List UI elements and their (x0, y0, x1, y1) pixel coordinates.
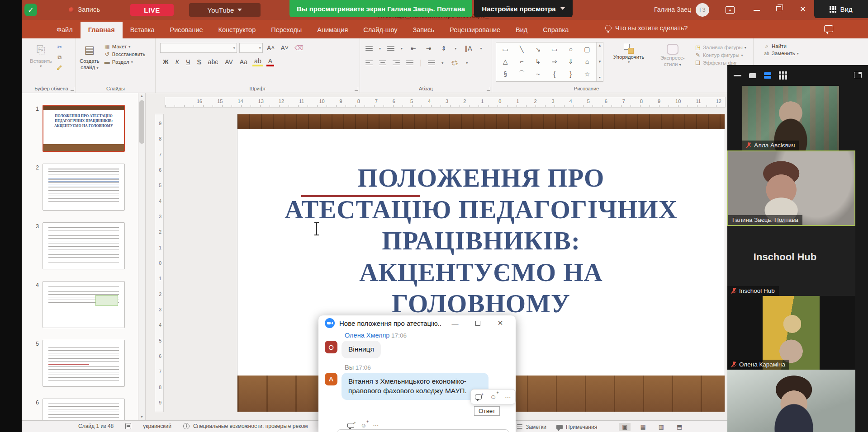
zoom-view-button[interactable]: Вид (814, 0, 868, 18)
dialog-launcher-icon[interactable] (355, 87, 358, 91)
language-indicator[interactable]: украинский (143, 423, 171, 429)
ribbon-tab[interactable]: Рецензирование (442, 22, 508, 38)
replace-button[interactable]: abЗаменить▾ (764, 51, 849, 56)
numbering-icon[interactable] (387, 46, 394, 51)
grid-view-icon[interactable] (779, 71, 787, 80)
slide-sorter-view-button[interactable]: ▦ (637, 423, 649, 431)
youtube-stream-dropdown[interactable]: YouTube (189, 3, 261, 17)
new-slide-button[interactable]: ▤ Создать слайд ▾ (80, 43, 100, 71)
horizontal-ruler[interactable]: 161514131211109876543210123456789101112 (165, 97, 726, 108)
clear-formatting-icon[interactable]: ⌫ (293, 44, 305, 52)
security-shield-icon[interactable]: ✓ (24, 4, 37, 16)
more-options-icon[interactable]: ⋯ (505, 393, 511, 400)
shape-icon[interactable]: ╲ (520, 46, 523, 53)
slide-thumbnail[interactable] (43, 164, 125, 211)
shape-icon[interactable]: ↳ (536, 58, 541, 65)
gallery-strip-view-icon[interactable] (764, 72, 771, 79)
decrease-font-icon[interactable]: A˅ (279, 44, 291, 52)
scroll-up-icon[interactable]: ▲ (138, 93, 145, 99)
popout-panel-icon[interactable] (854, 72, 862, 78)
proofing-icon[interactable] (125, 423, 131, 429)
find-button[interactable]: ⌕Найти (764, 43, 849, 49)
shapes-scrollbar[interactable]: ▲▼⯆ (596, 42, 603, 81)
slide-thumbnail[interactable] (43, 281, 125, 328)
font-style-button[interactable]: К (174, 58, 181, 66)
slide-title[interactable]: ПОЛОЖЕННЯ ПРОАТЕСТАЦІЮ ПЕДАГОГІЧНИХПРАЦІ… (237, 162, 725, 319)
shape-icon[interactable]: ▭ (502, 46, 508, 53)
add-reaction-icon[interactable]: ☺+ (490, 393, 496, 400)
chat-input[interactable] (337, 429, 509, 432)
font-size-select[interactable]: ▾ (239, 43, 263, 53)
avatar[interactable]: ГЗ (696, 3, 709, 17)
reading-view-button[interactable]: ▥ (655, 423, 667, 431)
participant-video-tile[interactable] (727, 370, 855, 432)
add-reaction-icon[interactable]: ☺+ (360, 422, 366, 429)
font-style-button[interactable]: S (195, 58, 203, 66)
smartart-convert-icon[interactable]: ⮔ (450, 59, 460, 67)
shape-icon[interactable]: ⇒ (552, 58, 557, 65)
ribbon-tab[interactable]: Переходы (263, 22, 309, 38)
chat-close-icon[interactable]: ✕ (491, 319, 509, 327)
scrollbar-thumb[interactable] (139, 100, 144, 144)
line-spacing-icon[interactable]: ⇕ (440, 44, 449, 52)
thumbnail-scrollbar[interactable]: ▲ ▼ (138, 93, 145, 420)
arrange-button[interactable]: Упорядочить▾ (613, 44, 644, 65)
paste-button[interactable]: ⎘ Вставить▾ (30, 43, 52, 69)
text-direction-icon[interactable]: ∥A (463, 44, 474, 52)
font-style-button[interactable]: Ч (184, 58, 192, 66)
chat-maximize-icon[interactable] (469, 319, 487, 327)
tell-me-box[interactable]: Что вы хотите сделать? (605, 24, 688, 32)
ribbon-tab[interactable]: Слайд-шоу (356, 22, 405, 38)
ribbon-tab[interactable]: Файл (49, 22, 81, 38)
font-style-button[interactable]: Ж (161, 58, 171, 66)
accessibility-status[interactable]: Специальные возможности: проверьте реком (193, 423, 308, 429)
notes-toggle[interactable]: Заметки (517, 424, 546, 430)
view-settings-dropdown[interactable]: Настройки просмотра (474, 0, 573, 17)
section-button[interactable]: ▬Раздел▾ (104, 59, 146, 65)
participant-video-tile[interactable]: Галина Заєць. Полтава (727, 150, 855, 226)
align-center-icon[interactable] (379, 61, 386, 66)
align-left-icon[interactable] (365, 61, 373, 66)
font-style-button[interactable]: abc (206, 58, 220, 66)
ribbon-tab[interactable]: Конструктор (211, 22, 264, 38)
reset-button[interactable]: ↺Восстановить (104, 51, 146, 57)
shape-icon[interactable]: △ (503, 58, 508, 65)
minimize-window-icon[interactable] (754, 10, 760, 11)
shape-icon[interactable]: ⌐ (520, 58, 523, 65)
close-window-icon[interactable]: ✕ (800, 5, 806, 14)
slide-thumbnail[interactable] (43, 399, 125, 420)
decrease-indent-icon[interactable]: ⇤ (409, 44, 418, 52)
format-painter-icon[interactable]: 🖉 (57, 65, 63, 71)
slide-thumbnail[interactable]: ПОЛОЖЕННЯ ПРО АТЕСТАЦІЮ ПЕДАГОГІЧНИХ ПРА… (43, 105, 125, 152)
slide-counter[interactable]: Слайд 1 из 48 (78, 423, 114, 429)
shape-icon[interactable]: ~ (536, 70, 540, 78)
shape-outline-button[interactable]: ✎Контур фигуры▾ (695, 52, 746, 58)
slide-thumbnail[interactable] (43, 222, 125, 269)
shape-icon[interactable]: ⌒ (518, 70, 525, 78)
chat-minimize-icon[interactable]: — (446, 319, 464, 327)
font-style-button[interactable]: ab (252, 57, 263, 66)
justify-icon[interactable] (406, 61, 413, 66)
more-options-icon[interactable]: ⋯ (373, 422, 379, 429)
ribbon-tab[interactable]: Главная (81, 22, 123, 38)
shape-icon[interactable]: § (503, 70, 507, 78)
reply-icon[interactable]: + (475, 394, 482, 399)
shape-icon[interactable]: { (553, 70, 555, 78)
ribbon-tab[interactable]: Вид (508, 22, 535, 38)
vertical-ruler[interactable]: 9876543210123456789 (155, 114, 164, 412)
shapes-gallery[interactable]: ▭╲↘▭○▢△⌐↳⇒⇓⌂§⌒~{}☆ ▲▼⯆ (496, 42, 603, 82)
shape-icon[interactable]: ▭ (551, 46, 557, 53)
reply-icon[interactable]: + (347, 423, 354, 428)
participant-video-tile[interactable]: Олена Караміна (727, 296, 855, 370)
ribbon-tab[interactable]: Справка (535, 22, 576, 38)
normal-view-button[interactable]: ▣ (619, 423, 631, 431)
ribbon-tab[interactable]: Запись (405, 22, 442, 38)
shape-icon[interactable]: ▢ (584, 46, 590, 53)
comments-icon[interactable] (824, 25, 833, 32)
shape-fill-button[interactable]: ◳Заливка фигуры▾ (695, 44, 746, 51)
ribbon-tab[interactable]: Рисование (162, 22, 211, 38)
participant-video-tile[interactable]: Алла Авсієвич (742, 86, 839, 150)
font-style-button[interactable]: Аа (238, 58, 249, 66)
font-style-button[interactable]: AV (223, 58, 235, 66)
shape-icon[interactable]: } (569, 70, 572, 78)
